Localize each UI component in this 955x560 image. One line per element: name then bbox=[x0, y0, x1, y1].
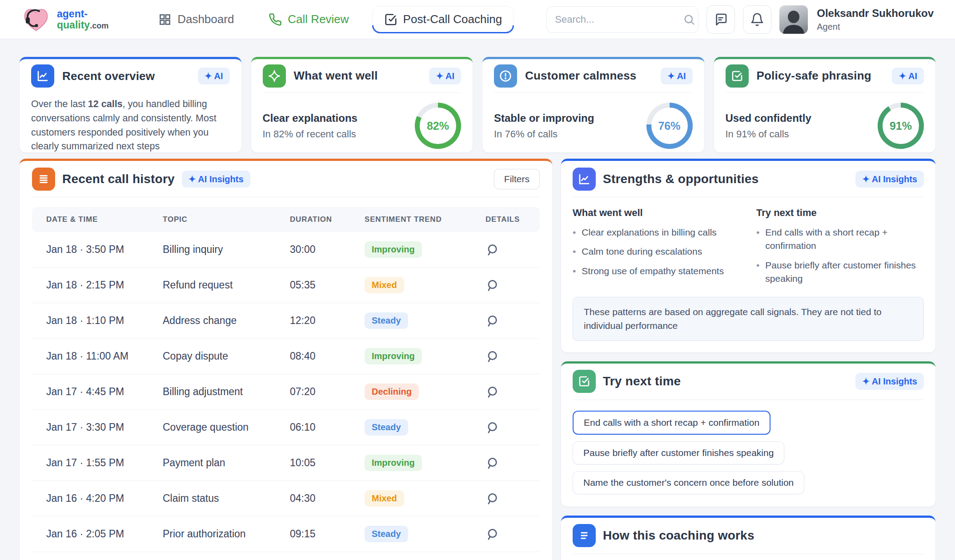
list-icon bbox=[32, 168, 55, 191]
how-coaching-works-panel: How this coaching works Based on call tr… bbox=[561, 516, 935, 560]
check-square-icon bbox=[573, 370, 596, 393]
sparkle-icon bbox=[263, 64, 286, 88]
strength-item: Clear explanations in billing calls bbox=[573, 226, 740, 239]
navbar-right: Oleksandr Sukhorukov Agent bbox=[546, 5, 934, 34]
details-magnifier-icon[interactable] bbox=[486, 314, 526, 328]
cell-date: Jan 18 · 11:00 AM bbox=[46, 350, 163, 362]
progress-ring: 82% bbox=[415, 103, 461, 149]
cell-duration: 12:20 bbox=[290, 315, 365, 327]
metric: Used confidently In 91% of calls bbox=[726, 112, 811, 140]
check-square-icon bbox=[726, 64, 749, 88]
panel-title: Try next time bbox=[603, 374, 681, 388]
ai-badge: ✦ AI bbox=[429, 68, 461, 84]
details-magnifier-icon[interactable] bbox=[486, 243, 526, 256]
top-navbar: agent- quality.com Dashboard Call Review bbox=[0, 0, 955, 39]
card-title: What went well bbox=[294, 69, 421, 83]
user-name: Oleksandr Sukhorukov bbox=[817, 7, 934, 20]
ai-badge: ✦ AI bbox=[198, 68, 230, 84]
heart-headset-logo-icon bbox=[21, 6, 51, 33]
opportunity-item: End calls with a short recap + confirmat… bbox=[756, 226, 924, 253]
coaching-suggestion-chip[interactable]: End calls with a short recap + confirmat… bbox=[573, 411, 770, 435]
alert-circle-icon bbox=[494, 64, 517, 88]
table-header: DATE & TIMETOPICDURATIONSENTIMENT TRENDD… bbox=[32, 207, 540, 232]
cell-topic: Claim status bbox=[163, 492, 290, 504]
details-magnifier-icon[interactable] bbox=[486, 421, 526, 434]
column-header: DURATION bbox=[290, 215, 365, 224]
details-magnifier-icon[interactable] bbox=[486, 385, 526, 399]
search-icon bbox=[683, 13, 695, 26]
table-row: Jan 18 · 1:10 PM Address change 12:20 St… bbox=[32, 303, 540, 339]
chat-bubble-icon bbox=[714, 12, 728, 27]
ai-badge: ✦ AI bbox=[661, 68, 693, 84]
coaching-suggestion-chip[interactable]: Pause briefly after customer finishes sp… bbox=[573, 441, 784, 464]
card-title: Policy-safe phrasing bbox=[757, 69, 884, 83]
cell-duration: 10:05 bbox=[290, 457, 365, 469]
cell-topic: Billing adjustment bbox=[163, 386, 290, 398]
brand-name: agent- quality.com bbox=[57, 8, 108, 30]
card-title: Customer calmness bbox=[525, 69, 653, 83]
cell-duration: 07:20 bbox=[290, 386, 365, 398]
strength-item: Strong use of empathy statements bbox=[573, 264, 740, 278]
nav-item-post-call-coaching[interactable]: Post-Call Coaching bbox=[372, 6, 514, 33]
table-row: Jan 18 · 11:00 AM Copay dispute 08:40 Im… bbox=[32, 339, 540, 374]
cell-topic: Address change bbox=[163, 315, 290, 327]
column-header: DETAILS bbox=[486, 215, 526, 224]
details-magnifier-icon[interactable] bbox=[486, 456, 526, 470]
panel-title: Strengths & opportunities bbox=[603, 172, 758, 186]
details-magnifier-icon[interactable] bbox=[486, 350, 526, 363]
phone-icon bbox=[269, 13, 282, 26]
metric: Clear explanations In 82% of recent call… bbox=[263, 112, 357, 140]
cell-duration: 09:15 bbox=[290, 528, 365, 540]
bell-icon bbox=[750, 12, 764, 27]
cell-duration: 08:40 bbox=[290, 350, 365, 362]
panel-title: How this coaching works bbox=[603, 528, 754, 543]
try-next-time-column: Try next time End calls with a short rec… bbox=[756, 207, 924, 292]
cell-duration: 05:35 bbox=[290, 279, 365, 291]
details-magnifier-icon[interactable] bbox=[486, 492, 526, 505]
cell-topic: Prior authorization bbox=[163, 528, 290, 540]
summary-cards-row: Recent overview ✦ AI Over the last 12 ca… bbox=[20, 57, 935, 152]
cell-topic: Payment plan bbox=[163, 457, 290, 469]
progress-ring: 76% bbox=[646, 103, 693, 149]
main-nav: Dashboard Call Review Post-Call Coaching bbox=[147, 6, 514, 33]
notifications-button[interactable] bbox=[743, 5, 771, 34]
card-what-went-well: What went well ✦ AI Clear explanations I… bbox=[251, 57, 473, 152]
what-went-well-column: What went well Clear explanations in bil… bbox=[573, 207, 740, 292]
column-header: DATE & TIME bbox=[46, 215, 163, 224]
brand-logo[interactable]: agent- quality.com bbox=[21, 6, 108, 33]
card-recent-overview: Recent overview ✦ AI Over the last 12 ca… bbox=[20, 57, 241, 152]
aggregate-note: These patterns are based on aggregate ca… bbox=[573, 297, 924, 341]
chart-line-icon bbox=[573, 168, 596, 191]
cell-duration: 30:00 bbox=[290, 244, 365, 256]
ai-insights-badge: ✦ AI Insights bbox=[855, 171, 924, 188]
search-input[interactable] bbox=[555, 14, 683, 25]
messages-button[interactable] bbox=[706, 5, 735, 34]
sentiment-badge: Improving bbox=[365, 241, 422, 258]
search-box bbox=[546, 6, 698, 33]
ai-insights-badge: ✦ AI Insights bbox=[182, 171, 250, 188]
metric: Stable or improving In 76% of calls bbox=[494, 112, 594, 140]
user-avatar[interactable] bbox=[779, 5, 808, 34]
cell-duration: 04:30 bbox=[290, 492, 365, 504]
card-customer-calmness: Customer calmness ✦ AI Stable or improvi… bbox=[482, 57, 704, 152]
opportunity-item: Pause briefly after customer finishes sp… bbox=[756, 259, 924, 286]
cell-date: Jan 16 · 2:05 PM bbox=[46, 528, 163, 540]
coaching-suggestion-chip[interactable]: Name the customer's concern once before … bbox=[573, 471, 804, 494]
column-header: TOPIC bbox=[163, 215, 290, 224]
ai-badge: ✦ AI bbox=[892, 68, 924, 84]
user-role: Agent bbox=[817, 22, 934, 32]
filters-button[interactable]: Filters bbox=[494, 169, 540, 189]
cell-topic: Coverage question bbox=[163, 421, 290, 433]
cell-date: Jan 18 · 1:10 PM bbox=[46, 315, 163, 327]
cell-topic: Copay dispute bbox=[163, 350, 290, 362]
nav-label: Call Review bbox=[288, 12, 349, 26]
details-magnifier-icon[interactable] bbox=[486, 279, 526, 292]
nav-item-call-review[interactable]: Call Review bbox=[257, 6, 360, 32]
sentiment-badge: Steady bbox=[365, 526, 408, 542]
details-magnifier-icon[interactable] bbox=[486, 528, 526, 541]
grid-icon bbox=[158, 13, 172, 26]
table-row: Jan 16 · 11:40 AM Provider lookup 09:05 … bbox=[32, 552, 540, 560]
cell-topic: Refund request bbox=[163, 279, 290, 291]
check-square-icon bbox=[384, 13, 397, 26]
nav-item-dashboard[interactable]: Dashboard bbox=[147, 6, 245, 32]
